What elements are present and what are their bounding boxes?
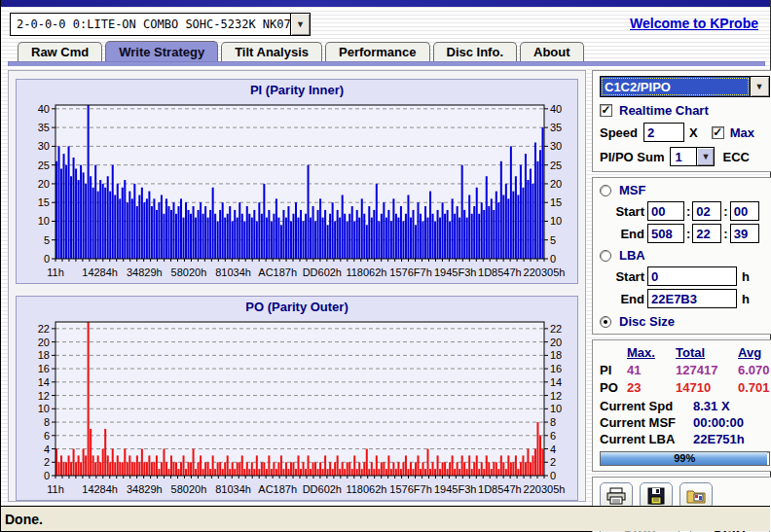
ecc-label: ECC (722, 150, 749, 164)
stats-table: Max. Total Avg PI 41 127417 6.070 PO 23 … (600, 345, 770, 395)
msf-start-label: Start (600, 204, 644, 219)
svg-text:0: 0 (44, 470, 50, 481)
pi-total: 127417 (676, 363, 738, 377)
svg-text:11h: 11h (47, 483, 64, 495)
chevron-down-icon[interactable]: ▼ (290, 14, 310, 35)
pi-chart-panel: PI (Parity Inner) 0055101015152020252530… (16, 79, 578, 284)
mode-select[interactable]: C1C2/PIPO ▼ (600, 76, 770, 97)
main-content: PI (Parity Inner) 0055101015152020252530… (1, 66, 770, 506)
lba-start-unit: h (742, 269, 750, 284)
progress-percent: 99% (601, 452, 769, 465)
lba-end-label: End (600, 292, 644, 306)
svg-text:14284h: 14284h (82, 266, 118, 278)
save-button[interactable] (640, 482, 673, 509)
colon: : (686, 204, 690, 219)
msf-start-min[interactable]: 00 (647, 201, 684, 221)
msf-radio[interactable] (600, 185, 611, 196)
svg-text:15: 15 (38, 196, 50, 208)
stats-row-pi-label: PI (600, 363, 627, 377)
svg-text:5: 5 (44, 234, 50, 246)
svg-text:8: 8 (44, 416, 50, 428)
colon: : (723, 204, 727, 219)
pi-chart-title: PI (Parity Inner) (20, 83, 573, 99)
svg-text:1945F3h: 1945F3h (434, 483, 476, 495)
svg-text:8: 8 (550, 416, 556, 428)
lba-end-input[interactable]: 22E7B3 (647, 289, 737, 308)
device-select-value: 2-0-0-0 0:LITE-ON COMBO SOHC-5232K NK07 (11, 14, 290, 35)
pipo-sum-select[interactable]: 1 ▼ (670, 147, 715, 166)
kprobe-window: 2-0-0-0 0:LITE-ON COMBO SOHC-5232K NK07 … (0, 0, 771, 532)
svg-text:25: 25 (38, 160, 50, 171)
lba-radio[interactable] (600, 250, 611, 262)
svg-text:30: 30 (550, 140, 562, 152)
tab-bar: Raw Cmd Write Strategy Tilt Analysis Per… (1, 41, 770, 61)
tab-write-strategy[interactable]: Write Strategy (105, 41, 218, 61)
svg-text:1576F7h: 1576F7h (389, 483, 431, 495)
svg-text:14: 14 (550, 376, 562, 388)
speed-label: Speed (600, 125, 638, 140)
po-chart: 0022446688101012121414161618182020222211… (20, 316, 573, 497)
scan-progress-bar: 99% (600, 451, 770, 466)
msf-end-sec[interactable]: 22 (692, 224, 721, 243)
colon: : (723, 227, 727, 241)
svg-text:22: 22 (38, 323, 50, 335)
current-lba-value: 22E751h (693, 432, 745, 446)
svg-text:16: 16 (38, 363, 50, 374)
realtime-chart-label: Realtime Chart (619, 103, 709, 118)
svg-text:118062h: 118062h (346, 266, 386, 278)
svg-text:0: 0 (550, 470, 556, 481)
svg-text:10: 10 (550, 403, 562, 414)
chevron-down-icon[interactable]: ▼ (696, 148, 714, 165)
current-spd-label: Current Spd (600, 399, 693, 413)
msf-end-min[interactable]: 508 (647, 224, 684, 243)
disc-size-radio[interactable] (600, 316, 611, 328)
svg-text:34829h: 34829h (127, 483, 163, 495)
po-max: 23 (627, 380, 676, 395)
svg-text:AC187h: AC187h (258, 266, 297, 278)
svg-text:18: 18 (38, 349, 50, 361)
tab-raw-cmd[interactable]: Raw Cmd (18, 42, 102, 61)
chevron-down-icon[interactable]: ▼ (750, 77, 769, 96)
svg-text:40: 40 (38, 103, 50, 115)
speed-unit: X (689, 125, 698, 140)
svg-text:16: 16 (550, 363, 562, 374)
control-panel: C1C2/PIPO ▼ ✓ Realtime Chart Speed 2 X ✓… (592, 70, 771, 502)
realtime-chart-checkbox[interactable]: ✓ (600, 104, 612, 117)
svg-text:81034h: 81034h (215, 483, 251, 495)
current-msf-value: 00:00:00 (693, 415, 744, 430)
tab-performance[interactable]: Performance (325, 42, 429, 61)
current-lba-label: Current LBA (600, 432, 693, 446)
svg-text:4: 4 (550, 443, 556, 455)
device-select[interactable]: 2-0-0-0 0:LITE-ON COMBO SOHC-5232K NK07 … (10, 13, 311, 36)
tab-about[interactable]: About (520, 42, 584, 61)
svg-text:20: 20 (38, 337, 50, 348)
svg-text:1576F7h: 1576F7h (389, 266, 431, 278)
msf-start-sec[interactable]: 02 (692, 201, 721, 221)
svg-text:58020h: 58020h (171, 483, 207, 495)
tab-tilt-analysis[interactable]: Tilt Analysis (221, 42, 322, 61)
stats-row-po-label: PO (600, 380, 627, 395)
svg-text:1945F3h: 1945F3h (434, 266, 476, 278)
svg-text:11h: 11h (47, 266, 64, 278)
pi-chart: 0055101015152020252530303535404011h14284… (20, 99, 573, 280)
stats-box: Max. Total Avg PI 41 127417 6.070 PO 23 … (592, 339, 771, 472)
tab-disc-info[interactable]: Disc Info. (433, 42, 518, 61)
status-text: Done. (5, 512, 43, 527)
msf-end-label: End (600, 227, 644, 241)
lba-start-label: Start (600, 269, 644, 284)
lba-start-input[interactable]: 0 (647, 266, 737, 286)
msf-start-frame[interactable]: 00 (730, 201, 759, 221)
msf-end-frame[interactable]: 39 (730, 224, 759, 243)
svg-text:58020h: 58020h (171, 266, 207, 278)
max-checkbox[interactable]: ✓ (712, 126, 724, 139)
current-msf-label: Current MSF (600, 415, 693, 430)
print-button[interactable] (600, 482, 633, 509)
save-image-button[interactable] (679, 482, 713, 509)
welcome-link[interactable]: Welcome to KProbe (630, 16, 758, 31)
mode-select-value: C1C2/PIPO (601, 77, 750, 96)
po-total: 14710 (676, 380, 738, 395)
svg-text:0: 0 (550, 253, 556, 265)
svg-text:81034h: 81034h (215, 266, 251, 278)
speed-input[interactable]: 2 (643, 123, 684, 142)
lba-end-unit: h (742, 292, 750, 306)
